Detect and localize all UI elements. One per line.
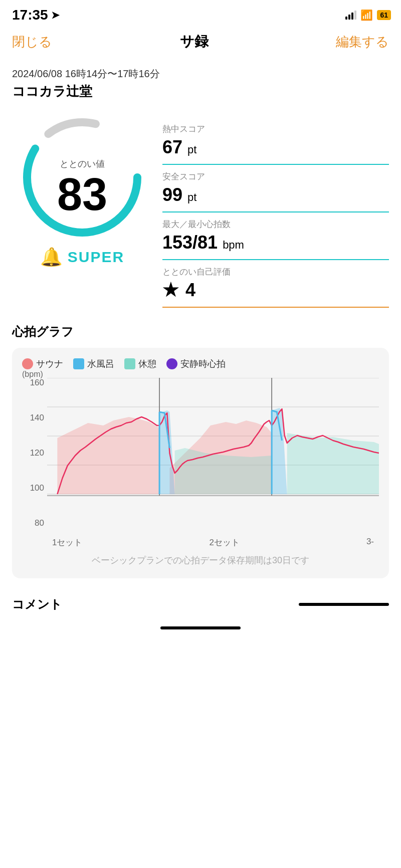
x-axis: 1セット 2セット 3- (47, 537, 379, 548)
metric-safety-score: 安全スコア 99 pt (162, 165, 389, 212)
main-content: 2024/06/08 16時14分〜17時16分 ココカラ辻堂 ととのい値 83… (0, 59, 401, 618)
super-badge: 🔔 SUPER (40, 247, 124, 268)
heart-rate-chart (47, 378, 379, 523)
metric-focus-label: 熱中スコア (162, 123, 389, 135)
score-section: ととのい値 83 🔔 SUPER 熱中スコア 67 pt 安全スコア 99 pt… (12, 112, 389, 308)
home-bar (160, 626, 241, 629)
metric-hr-value: 153/81 bpm (162, 232, 389, 253)
metric-heart-rate: 最大／最小心拍数 153/81 bpm (162, 212, 389, 260)
nav-bar: 閉じる サ録 編集する (0, 28, 401, 59)
metric-focus-score: 熱中スコア 67 pt (162, 117, 389, 165)
circle-value: 83 (57, 172, 107, 217)
battery-indicator: 61 (377, 10, 391, 20)
circle-label: ととのい値 (60, 158, 105, 170)
wifi-icon: 📶 (360, 9, 373, 21)
svg-marker-9 (57, 417, 159, 494)
y-unit-label: (bpm) (22, 370, 43, 379)
set2-label: 2セット (209, 537, 239, 548)
graph-area: 160 140 120 100 80 (bpm) (22, 378, 379, 548)
set1-label: 1セット (52, 537, 82, 548)
rest-color-dot (124, 358, 135, 369)
grade-text: SUPER (68, 249, 124, 266)
location-arrow-icon: ➤ (51, 9, 60, 21)
graph-card: サウナ 水風呂 休憩 安静時心拍 160 14 (12, 348, 389, 578)
comment-underline (299, 603, 389, 606)
comment-label: コメント (12, 596, 62, 612)
resting-hr-color-dot (166, 358, 177, 369)
signal-icon (345, 11, 356, 20)
graph-title: 心拍グラフ (12, 324, 389, 340)
metric-safety-label: 安全スコア (162, 171, 389, 182)
metric-eval-label: ととのい自己評価 (162, 266, 389, 278)
sauna-color-dot (22, 358, 33, 369)
session-date: 2024/06/08 16時14分〜17時16分 (12, 67, 389, 81)
time-display: 17:35 (12, 7, 48, 23)
water-color-dot (73, 358, 84, 369)
close-button[interactable]: 閉じる (12, 33, 52, 51)
comment-section: コメント (12, 584, 389, 618)
metric-self-eval: ととのい自己評価 ★ 4 (162, 260, 389, 308)
bell-icon: 🔔 (40, 247, 63, 268)
metric-hr-label: 最大／最小心拍数 (162, 219, 389, 230)
status-icons: 📶 61 (345, 9, 391, 21)
water-label: 水風呂 (87, 358, 114, 370)
legend-water: 水風呂 (73, 358, 114, 370)
set3-label: 3- (366, 537, 374, 548)
metrics-panel: 熱中スコア 67 pt 安全スコア 99 pt 最大／最小心拍数 153/81 … (162, 112, 389, 308)
metric-safety-value: 99 pt (162, 184, 389, 205)
session-location: ココカラ辻堂 (12, 83, 389, 100)
graph-section: 心拍グラフ サウナ 水風呂 休憩 安静時心拍 (0, 324, 401, 578)
legend-resting-hr: 安静時心拍 (166, 358, 226, 370)
circle-chart: ととのい値 83 🔔 SUPER (12, 112, 152, 268)
page-title: サ録 (180, 32, 209, 51)
y-axis: 160 140 120 100 80 (22, 378, 47, 528)
edit-button[interactable]: 編集する (336, 33, 389, 51)
status-time: 17:35 ➤ (12, 7, 60, 23)
sauna-label: サウナ (36, 358, 63, 370)
graph-note: ベーシックプランでの心拍データ保存期間は30日です (22, 548, 379, 568)
status-bar: 17:35 ➤ 📶 61 (0, 0, 401, 28)
circle-inner: ととのい値 83 (32, 137, 132, 238)
rest-label: 休憩 (138, 358, 156, 370)
legend-rest: 休憩 (124, 358, 156, 370)
metric-focus-value: 67 pt (162, 137, 389, 158)
svg-marker-12 (272, 408, 287, 494)
resting-hr-label: 安静時心拍 (180, 358, 226, 370)
graph-legend: サウナ 水風呂 休憩 安静時心拍 (22, 358, 379, 370)
svg-marker-14 (287, 433, 379, 494)
metric-eval-value: ★ 4 (162, 280, 389, 301)
home-indicator (0, 618, 401, 637)
legend-sauna: サウナ (22, 358, 63, 370)
